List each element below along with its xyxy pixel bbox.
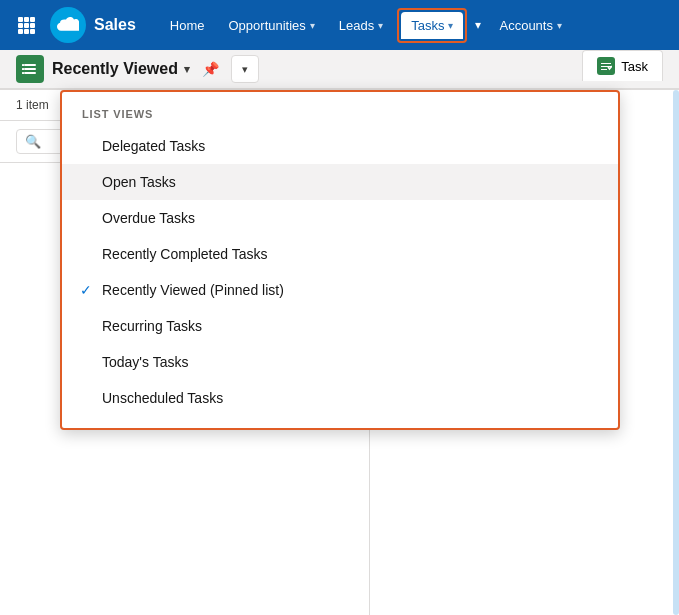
nav-item-opportunities-label: Opportunities	[229, 18, 306, 33]
svg-rect-7	[24, 29, 29, 34]
main-area: 1 item 🔍 LIST VIEWS ✓ Delegated Tasks ✓ …	[0, 90, 679, 615]
list-view-item-recurring[interactable]: ✓ Recurring Tasks	[62, 308, 618, 344]
salesforce-logo	[50, 7, 86, 43]
list-view-title-text: Recently Viewed	[52, 60, 178, 78]
app-name: Sales	[94, 16, 136, 34]
list-view-item-recently-viewed-label: Recently Viewed (Pinned list)	[102, 282, 284, 298]
list-view-title[interactable]: Recently Viewed ▾	[52, 60, 190, 78]
nav-item-accounts[interactable]: Accounts ▾	[489, 12, 571, 39]
list-views-section-label: LIST VIEWS	[62, 104, 618, 128]
nav-item-leads-label: Leads	[339, 18, 374, 33]
svg-rect-2	[30, 17, 35, 22]
svg-rect-1	[24, 17, 29, 22]
list-view-dropdown-chevron-icon: ▾	[242, 63, 248, 76]
svg-rect-0	[18, 17, 23, 22]
sub-bar: Recently Viewed ▾ 📌 ▾ Task	[0, 50, 679, 90]
list-view-item-recently-completed[interactable]: ✓ Recently Completed Tasks	[62, 236, 618, 272]
pin-icon[interactable]: 📌	[202, 61, 219, 77]
list-view-item-open[interactable]: ✓ Open Tasks	[62, 164, 618, 200]
svg-rect-14	[22, 72, 24, 74]
left-panel: 1 item 🔍 LIST VIEWS ✓ Delegated Tasks ✓ …	[0, 90, 370, 615]
svg-rect-11	[24, 72, 36, 74]
nav-item-accounts-label: Accounts	[499, 18, 552, 33]
leads-chevron-icon: ▾	[378, 20, 383, 31]
svg-rect-9	[24, 64, 36, 66]
task-tab[interactable]: Task	[582, 50, 663, 81]
list-view-item-todays[interactable]: ✓ Today's Tasks	[62, 344, 618, 380]
svg-rect-6	[18, 29, 23, 34]
list-view-item-unscheduled[interactable]: ✓ Unscheduled Tasks	[62, 380, 618, 416]
nav-item-home-label: Home	[170, 18, 205, 33]
nav-item-home[interactable]: Home	[160, 12, 215, 39]
nav-item-tasks-wrapper: Tasks ▾	[397, 8, 467, 43]
opportunities-chevron-icon: ▾	[310, 20, 315, 31]
list-view-item-unscheduled-label: Unscheduled Tasks	[102, 390, 223, 406]
tasks-highlight-box: Tasks ▾	[397, 8, 467, 43]
nav-bar: Sales Home Opportunities ▾ Leads ▾ Tasks…	[0, 0, 679, 50]
svg-rect-4	[24, 23, 29, 28]
task-tab-icon	[597, 57, 615, 75]
list-view-item-delegated[interactable]: ✓ Delegated Tasks	[62, 128, 618, 164]
nav-item-leads[interactable]: Leads ▾	[329, 12, 393, 39]
svg-rect-10	[24, 68, 36, 70]
list-view-item-delegated-label: Delegated Tasks	[102, 138, 205, 154]
list-view-item-overdue[interactable]: ✓ Overdue Tasks	[62, 200, 618, 236]
accounts-chevron-icon: ▾	[557, 20, 562, 31]
right-panel-scrollbar[interactable]	[673, 90, 679, 615]
svg-rect-13	[22, 68, 24, 70]
list-views-dropdown: LIST VIEWS ✓ Delegated Tasks ✓ Open Task…	[60, 90, 620, 430]
svg-rect-5	[30, 23, 35, 28]
list-view-item-overdue-label: Overdue Tasks	[102, 210, 195, 226]
list-view-item-open-label: Open Tasks	[102, 174, 176, 190]
svg-rect-3	[18, 23, 23, 28]
nav-item-tasks[interactable]: Tasks ▾	[401, 12, 463, 39]
list-view-item-recently-viewed[interactable]: ✓ Recently Viewed (Pinned list)	[62, 272, 618, 308]
svg-rect-8	[30, 29, 35, 34]
nav-item-tasks-label: Tasks	[411, 18, 444, 33]
list-view-icon	[16, 55, 44, 83]
svg-rect-12	[22, 64, 24, 66]
nav-more-chevron-icon[interactable]: ▾	[471, 12, 485, 38]
tasks-chevron-icon: ▾	[448, 20, 453, 31]
list-view-dropdown-button[interactable]: ▾	[231, 55, 259, 83]
list-view-dropdown-arrow: ▾	[184, 63, 190, 76]
grid-icon[interactable]	[12, 11, 40, 39]
list-view-item-recently-completed-label: Recently Completed Tasks	[102, 246, 267, 262]
check-icon: ✓	[80, 282, 92, 298]
nav-items: Home Opportunities ▾ Leads ▾ Tasks ▾ ▾ A…	[160, 8, 667, 43]
list-view-item-recurring-label: Recurring Tasks	[102, 318, 202, 334]
task-tab-label: Task	[621, 59, 648, 74]
search-icon: 🔍	[25, 134, 41, 149]
list-view-item-todays-label: Today's Tasks	[102, 354, 188, 370]
nav-item-opportunities[interactable]: Opportunities ▾	[219, 12, 325, 39]
